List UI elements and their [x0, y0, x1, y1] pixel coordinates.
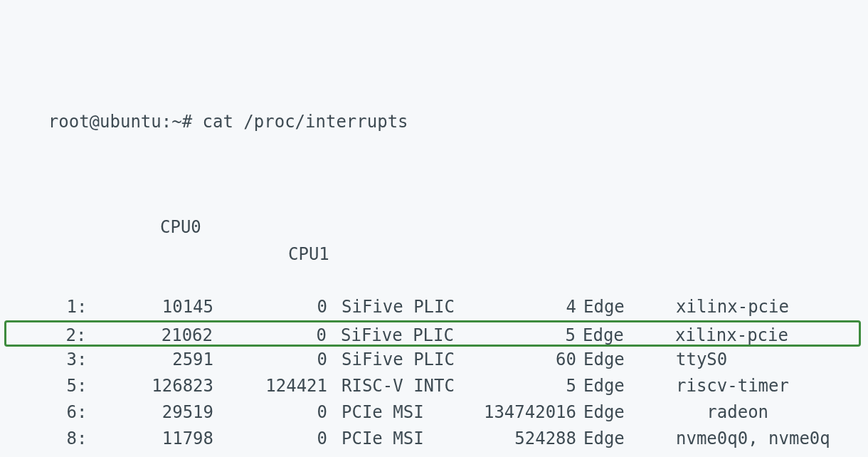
cpu1-count: 0 — [221, 452, 327, 457]
interrupt-row: 8:117980PCIe MSI524288Edgenvme0q0, nvme0… — [7, 426, 861, 452]
irq-chip: SiFive PLIC — [342, 347, 470, 373]
colon: : — [76, 322, 86, 349]
irq-chip: RISC-V INTC — [342, 373, 470, 399]
irq-trigger: Edge — [583, 347, 640, 373]
irq-chip: SiFive PLIC — [342, 294, 470, 320]
cpu0-count: 21062 — [92, 322, 213, 349]
cpu1-count: 0 — [221, 399, 327, 426]
irq-hwnum: 5 — [462, 373, 576, 399]
irq-hwnum: 60 — [462, 347, 576, 373]
irq-id: 3 — [13, 347, 77, 373]
cpu1-count: 0 — [221, 294, 327, 320]
cpu1-count: 124421 — [221, 373, 327, 399]
interrupt-row: 10:29130SiFive PLIC2Edgeeth0 — [7, 452, 861, 457]
cpu0-count: 2591 — [92, 347, 213, 373]
irq-hwnum: 4 — [462, 294, 576, 320]
interrupt-row: 1:101450SiFive PLIC4Edgexilinx-pcie — [7, 294, 861, 320]
irq-device: eth0 — [676, 452, 717, 457]
colon: : — [77, 373, 87, 399]
cpu0-count: 10145 — [92, 294, 213, 320]
irq-device: nvme0q0, nvme0q — [676, 426, 830, 452]
prompt-line: root@ubuntu:~# cat /proc/interrupts — [7, 83, 861, 109]
irq-id: 8 — [13, 426, 77, 452]
irq-id: 10 — [13, 452, 77, 457]
irq-id: 2 — [12, 322, 76, 349]
irq-device: ttyS0 — [676, 347, 727, 373]
irq-id: 5 — [13, 373, 77, 399]
shell-command: cat /proc/interrupts — [203, 112, 408, 132]
cpu0-count: 29519 — [92, 399, 213, 426]
header-cpu1: CPU1 — [288, 241, 329, 268]
cpu1-count: 0 — [220, 322, 327, 349]
interrupt-row: 5:126823124421RISC-V INTC5Edgeriscv-time… — [7, 373, 861, 399]
colon: : — [77, 294, 87, 320]
colon: : — [77, 399, 87, 426]
terminal-output: root@ubuntu:~# cat /proc/interrupts CPU0… — [0, 0, 868, 457]
irq-hwnum: 134742016 — [462, 399, 576, 426]
colon: : — [77, 426, 87, 452]
cpu1-count: 0 — [221, 426, 327, 452]
cpu0-count: 126823 — [92, 373, 213, 399]
irq-trigger: Edge — [583, 426, 640, 452]
interrupt-row: 2:210620SiFive PLIC5Edgexilinx-pcie — [4, 320, 861, 347]
irq-trigger: Edge — [583, 373, 640, 399]
irq-hwnum: 5 — [462, 322, 576, 349]
cpu1-count: 0 — [221, 347, 327, 373]
irq-device: riscv-timer — [676, 373, 789, 399]
irq-chip: SiFive PLIC — [341, 322, 469, 349]
irq-device: radeon — [676, 399, 768, 426]
interrupts-table: 1:101450SiFive PLIC4Edgexilinx-pcie2:210… — [7, 294, 861, 457]
irq-id: 6 — [13, 399, 77, 426]
colon: : — [77, 347, 87, 373]
irq-trigger: Edge — [583, 322, 640, 349]
irq-hwnum: 2 — [462, 452, 576, 457]
irq-device: xilinx-pcie — [676, 294, 789, 320]
colon: : — [77, 452, 87, 457]
irq-hwnum: 524288 — [462, 426, 576, 452]
irq-chip: PCIe MSI — [342, 399, 470, 426]
irq-id: 1 — [13, 294, 77, 320]
cpu0-count: 11798 — [92, 426, 213, 452]
shell-prompt: root@ubuntu:~# — [48, 112, 203, 132]
irq-chip: PCIe MSI — [342, 426, 470, 452]
interrupt-row: 3:25910SiFive PLIC60EdgettyS0 — [7, 347, 861, 373]
header-cpu0: CPU0 — [160, 214, 201, 241]
irq-trigger: Edge — [583, 452, 640, 457]
irq-trigger: Edge — [583, 294, 640, 320]
irq-trigger: Edge — [583, 399, 640, 426]
interrupt-row: 6:295190PCIe MSI134742016Edge radeon — [7, 399, 861, 426]
irq-device: xilinx-pcie — [675, 322, 788, 349]
irq-chip: SiFive PLIC — [342, 452, 470, 457]
interrupts-header: CPU0 CPU1 — [7, 188, 861, 214]
cpu0-count: 2913 — [92, 452, 213, 457]
